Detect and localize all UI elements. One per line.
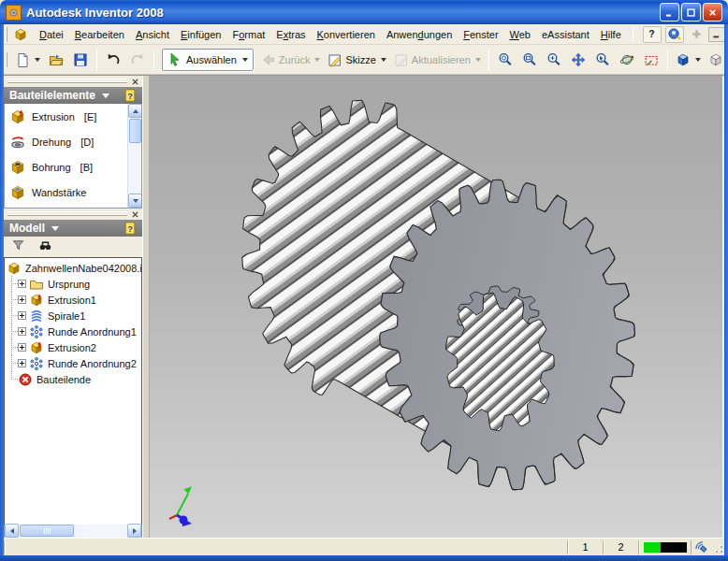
model-panel-drag-handle[interactable] — [7, 211, 127, 216]
tree-root[interactable]: ZahnwellenNabe042008.ipt — [7, 260, 141, 276]
arrow-left-icon — [10, 528, 14, 534]
menu-item-konvertieren[interactable]: Konvertieren — [312, 26, 381, 43]
look-at-button[interactable] — [639, 48, 663, 72]
panel-splitter[interactable] — [142, 76, 150, 538]
find-button[interactable] — [38, 238, 52, 256]
features-panel-header[interactable]: Bauteilelemente ? — [4, 87, 142, 104]
zoom-all-button[interactable] — [493, 48, 517, 72]
zoom-selected-button[interactable] — [590, 48, 615, 72]
menu-item-bearbeiten[interactable]: Bearbeiten — [69, 26, 130, 43]
shaded-display-button[interactable] — [672, 48, 705, 72]
expand-plus-button[interactable] — [18, 359, 26, 367]
origin-triad — [169, 486, 192, 526]
tree-item-bauteilende[interactable]: Bauteilende — [7, 371, 141, 387]
scroll-left-button[interactable] — [5, 524, 19, 538]
3d-viewport[interactable] — [150, 76, 724, 538]
select-cursor-button[interactable]: Auswählen — [158, 48, 257, 72]
menu-item-datei[interactable]: Datei — [34, 26, 69, 43]
maximize-icon — [686, 7, 696, 18]
scroll-down-button[interactable] — [128, 194, 142, 208]
menu-item-fenster[interactable]: Fenster — [458, 26, 503, 43]
update-button: Aktualisieren — [390, 48, 485, 72]
features-panel-close-button[interactable] — [129, 76, 140, 87]
expand-plus-button[interactable] — [18, 343, 26, 352]
scrollbar-thumb[interactable] — [129, 119, 141, 143]
child-minimize-button[interactable] — [708, 27, 726, 42]
filter-button[interactable] — [11, 238, 25, 256]
chevron-down-icon[interactable] — [475, 58, 481, 62]
model-panel-close-button[interactable] — [129, 209, 140, 220]
chevron-down-icon[interactable] — [242, 58, 248, 62]
menu-item-extras[interactable]: Extras — [270, 26, 311, 43]
menubar-grip[interactable] — [6, 27, 7, 42]
select-tool-box[interactable]: Auswählen — [162, 49, 254, 71]
scroll-right-button[interactable] — [127, 524, 141, 538]
undo-button[interactable] — [101, 48, 125, 72]
scroll-up-button[interactable] — [128, 104, 142, 118]
menu-item-web[interactable]: Web — [504, 26, 536, 43]
close-button[interactable] — [703, 3, 722, 22]
model-help-button[interactable]: ? — [124, 222, 137, 236]
feature-shortcut: [E] — [84, 111, 96, 122]
menu-item-ansicht[interactable]: Ansicht — [130, 26, 175, 43]
menu-item-einfügen[interactable]: Einfügen — [175, 26, 226, 43]
expand-plus-button[interactable] — [18, 311, 26, 320]
feature-item-drehung[interactable]: Drehung[D] — [5, 129, 141, 154]
orbit-button[interactable] — [615, 48, 639, 72]
app-icon — [6, 5, 22, 21]
document-system-icon[interactable] — [13, 27, 28, 42]
chevron-down-icon[interactable] — [35, 58, 40, 62]
features-panel-drag-handle[interactable] — [7, 79, 127, 83]
update-icon — [394, 52, 409, 67]
menu-item-format[interactable]: Format — [226, 26, 270, 43]
hole-icon — [9, 159, 26, 176]
zoom-button[interactable] — [542, 48, 566, 72]
tree-item-ursprung[interactable]: Ursprung — [7, 276, 141, 292]
menu-item-hilfe[interactable]: Hilfe — [595, 26, 627, 43]
tree-item-runde-anordnung1[interactable]: Runde Anordnung1 — [7, 324, 141, 339]
sketch-button[interactable]: Skizze — [324, 48, 389, 72]
feature-item-extrusion[interactable]: Extrusion[E] — [5, 104, 141, 129]
assistant-button[interactable] — [665, 26, 684, 43]
model-panel-header[interactable]: Modell ? — [4, 220, 142, 237]
scrollbar-thumb[interactable] — [20, 525, 74, 537]
save-button[interactable] — [68, 48, 93, 72]
status-page-2[interactable]: 2 — [603, 540, 638, 554]
expand-plus-button[interactable] — [18, 327, 26, 336]
chevron-down-icon[interactable] — [314, 58, 320, 62]
features-vertical-scrollbar[interactable] — [127, 104, 141, 208]
feature-item-bohrung[interactable]: Bohrung[B] — [5, 154, 141, 180]
tree-item-label: Extrusion1 — [48, 295, 96, 306]
maximize-button[interactable] — [681, 3, 701, 22]
chevron-down-icon[interactable] — [695, 58, 701, 62]
minimize-button[interactable] — [660, 3, 679, 22]
tree-item-spirale1[interactable]: Spirale1 — [7, 308, 141, 324]
tree-item-runde-anordnung2[interactable]: Runde Anordnung2 — [7, 355, 141, 371]
menu-item-anwendungen[interactable]: Anwendungen — [381, 26, 458, 43]
open-folder-button[interactable] — [44, 48, 68, 72]
window-frame-left — [0, 22, 4, 561]
tree-item-label: Spirale1 — [48, 310, 85, 322]
help-button[interactable]: ? — [643, 26, 662, 43]
panel-help-icon: ? — [124, 222, 137, 235]
expand-plus-button[interactable] — [18, 280, 26, 288]
zoom-window-button[interactable] — [517, 48, 542, 72]
feature-item-wandstärke[interactable]: Wandstärke — [5, 180, 141, 205]
capacity-indicator — [638, 540, 691, 554]
chevron-down-icon[interactable] — [381, 58, 386, 62]
expand-plus-button[interactable] — [18, 295, 26, 304]
new-file-button[interactable] — [11, 48, 44, 72]
model-horizontal-scrollbar[interactable] — [4, 525, 142, 539]
features-help-button[interactable]: ? — [124, 89, 137, 103]
tree-item-extrusion2[interactable]: Extrusion2 — [7, 339, 141, 355]
helical-gear-model[interactable] — [150, 76, 722, 539]
plus-button[interactable] — [688, 26, 706, 43]
pan-button[interactable] — [566, 48, 590, 72]
status-page-1[interactable]: 1 — [567, 540, 603, 554]
chevron-down-icon — [51, 226, 59, 231]
tree-item-extrusion1[interactable]: Extrusion1 — [7, 292, 141, 308]
toolbar-grip[interactable] — [6, 52, 7, 67]
resize-grip[interactable] — [711, 540, 724, 554]
document-system-icon — [13, 27, 28, 42]
menu-item-eassistant[interactable]: eAssistant — [536, 26, 595, 43]
